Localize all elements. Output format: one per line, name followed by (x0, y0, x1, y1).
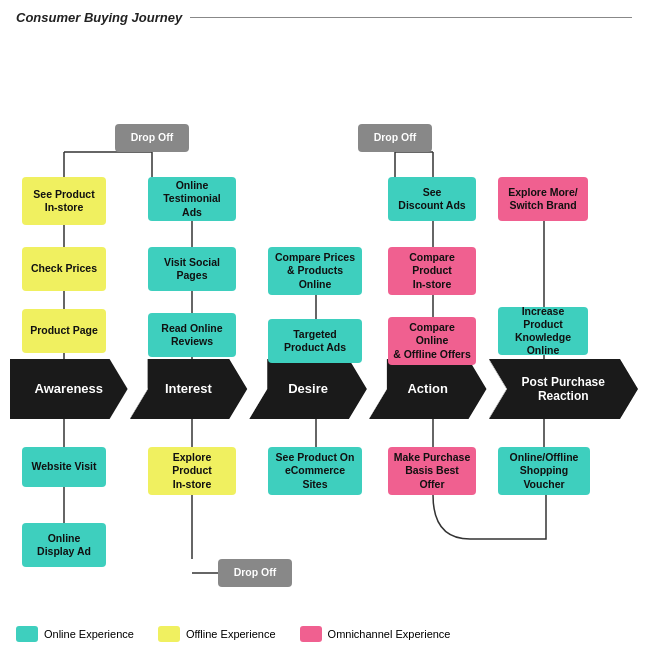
targeted-product-ads: TargetedProduct Ads (268, 319, 362, 363)
compare-product-instore: Compare ProductIn-store (388, 247, 476, 295)
arrow-awareness: Awareness (10, 359, 128, 419)
online-label: Online Experience (44, 628, 134, 640)
make-purchase: Make PurchaseBasis Best Offer (388, 447, 476, 495)
drop-off-3: Drop Off (218, 559, 292, 587)
see-product-instore: See ProductIn-store (22, 177, 106, 225)
explore-more-switch-brand: Explore More/Switch Brand (498, 177, 588, 221)
check-prices: Check Prices (22, 247, 106, 291)
legend-offline: Offline Experience (158, 626, 276, 642)
see-discount-ads: SeeDiscount Ads (388, 177, 476, 221)
arrow-desire: Desire (249, 359, 367, 419)
online-testimonial-ads: OnlineTestimonial Ads (148, 177, 236, 221)
explore-product-instore: Explore ProductIn-store (148, 447, 236, 495)
offline-swatch (158, 626, 180, 642)
legend: Online Experience Offline Experience Omn… (16, 626, 450, 642)
omnichannel-swatch (300, 626, 322, 642)
see-product-ecommerce: See Product OneCommerce Sites (268, 447, 362, 495)
arrow-band: Awareness Interest Desire Action Post Pu… (10, 359, 638, 419)
visit-social-pages: Visit SocialPages (148, 247, 236, 291)
website-visit: Website Visit (22, 447, 106, 487)
drop-off-2: Drop Off (358, 124, 432, 152)
legend-online: Online Experience (16, 626, 134, 642)
arrow-interest: Interest (130, 359, 248, 419)
increase-product-knowledge: Increase ProductKnowledge Online (498, 307, 588, 355)
compare-online-offline: Compare Online& Offline Offers (388, 317, 476, 365)
arrow-action: Action (369, 359, 487, 419)
page-title: Consumer Buying Journey (0, 0, 648, 25)
product-page: Product Page (22, 309, 106, 353)
omnichannel-label: Omnichannel Experience (328, 628, 451, 640)
offline-label: Offline Experience (186, 628, 276, 640)
online-display-ad: OnlineDisplay Ad (22, 523, 106, 567)
drop-off-1: Drop Off (115, 124, 189, 152)
arrow-post-purchase: Post PurchaseReaction (489, 359, 639, 419)
online-swatch (16, 626, 38, 642)
compare-prices-products: Compare Prices& Products Online (268, 247, 362, 295)
diagram-area: Awareness Interest Desire Action Post Pu… (0, 29, 648, 609)
legend-omnichannel: Omnichannel Experience (300, 626, 451, 642)
read-online-reviews: Read OnlineReviews (148, 313, 236, 357)
online-offline-shopping-voucher: Online/OfflineShopping Voucher (498, 447, 590, 495)
